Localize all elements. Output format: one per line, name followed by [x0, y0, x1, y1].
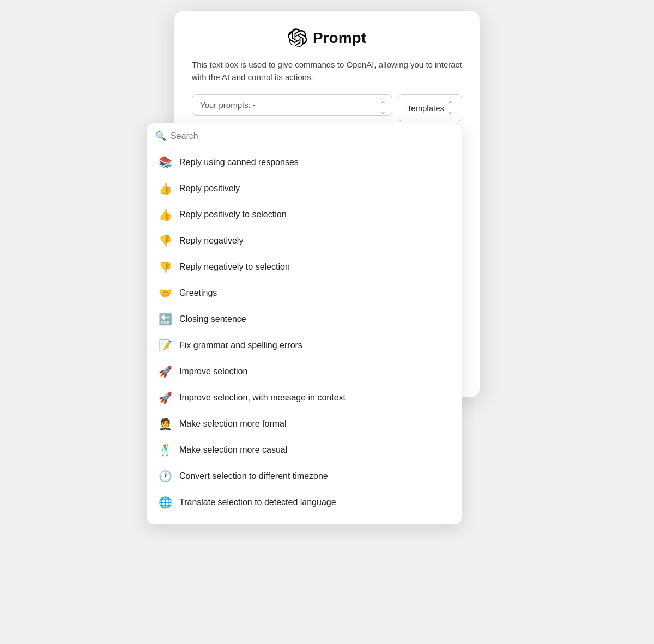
search-bar: 🔍 — [147, 123, 462, 149]
template-emoji-icon: 📚 — [158, 156, 173, 169]
template-item-label: Make selection more formal — [179, 419, 287, 429]
template-item-label: Convert selection to different timezone — [179, 471, 328, 481]
template-item-label: Reply positively — [179, 184, 240, 193]
template-list-item[interactable]: 🚀 Improve selection, with message in con… — [147, 385, 462, 411]
template-item-label: Reply negatively — [179, 236, 243, 246]
openai-logo-icon — [288, 28, 307, 48]
templates-list: 📚 Reply using canned responses 👍 Reply p… — [147, 149, 462, 520]
description-text: This text box is used to give commands t… — [192, 59, 462, 83]
template-emoji-icon: 👍 — [158, 182, 173, 195]
templates-button[interactable]: Templates ⌃⌄ — [398, 94, 462, 121]
template-emoji-icon: 🕐 — [158, 470, 173, 483]
search-input[interactable] — [171, 131, 453, 141]
template-item-label: Translate selection to detected language — [179, 497, 336, 507]
template-list-item[interactable]: 🕺 Make selection more casual — [147, 437, 462, 463]
templates-chevron-icon: ⌃⌄ — [447, 100, 453, 116]
modal-container: Prompt This text box is used to give com… — [174, 11, 480, 397]
search-icon: 🔍 — [155, 131, 166, 141]
template-list-item[interactable]: 👎 Reply negatively — [147, 228, 462, 254]
template-emoji-icon: 🤵 — [158, 417, 173, 430]
prompt-row: Your prompts: - ⌃⌄ Templates ⌃⌄ 🔍 📚 Repl… — [192, 94, 462, 121]
template-item-label: Improve selection, with message in conte… — [179, 393, 346, 403]
templates-button-label: Templates — [407, 104, 444, 113]
template-item-label: Improve selection — [179, 367, 247, 376]
templates-dropdown: 🔍 📚 Reply using canned responses 👍 Reply… — [146, 123, 462, 525]
template-list-item[interactable]: 🚀 Improve selection — [147, 359, 462, 385]
template-item-label: Reply positively to selection — [179, 210, 287, 220]
template-list-item[interactable]: 🤵 Make selection more formal — [147, 411, 462, 437]
template-list-item[interactable]: 🌐 Translate selection to detected langua… — [147, 489, 462, 515]
prompts-select[interactable]: Your prompts: - — [192, 94, 392, 116]
template-emoji-icon: 👎 — [158, 260, 173, 274]
template-emoji-icon: 🔚 — [158, 313, 173, 326]
template-item-label: Fix grammar and spelling errors — [179, 341, 302, 350]
template-emoji-icon: 📝 — [158, 339, 173, 352]
template-item-label: Reply negatively to selection — [179, 262, 290, 272]
template-list-item[interactable]: 🌐 Translate selection to specific langua… — [147, 515, 462, 520]
template-item-label: Make selection more casual — [179, 445, 287, 455]
template-item-label: Closing sentence — [179, 314, 246, 324]
template-list-item[interactable]: 🔚 Closing sentence — [147, 306, 462, 332]
template-emoji-icon: 🚀 — [158, 365, 173, 378]
template-emoji-icon: 👎 — [158, 234, 173, 247]
template-emoji-icon: 🤝 — [158, 287, 173, 300]
template-item-label: Reply using canned responses — [179, 157, 299, 167]
template-item-label: Greetings — [179, 288, 217, 298]
template-list-item[interactable]: 🤝 Greetings — [147, 280, 462, 306]
page-title: Prompt — [313, 29, 366, 47]
template-list-item[interactable]: 📝 Fix grammar and spelling errors — [147, 332, 462, 359]
template-list-item[interactable]: 👎 Reply negatively to selection — [147, 254, 462, 280]
modal-header: Prompt — [192, 28, 462, 48]
template-list-item[interactable]: 📚 Reply using canned responses — [147, 149, 462, 175]
template-emoji-icon: 🌐 — [158, 496, 173, 509]
template-emoji-icon: 👍 — [158, 208, 173, 221]
template-list-item[interactable]: 👍 Reply positively — [147, 175, 462, 202]
template-list-item[interactable]: 👍 Reply positively to selection — [147, 202, 462, 228]
prompts-select-wrapper: Your prompts: - ⌃⌄ — [192, 94, 392, 121]
template-emoji-icon: 🕺 — [158, 443, 173, 457]
template-emoji-icon: 🚀 — [158, 391, 173, 404]
template-list-item[interactable]: 🕐 Convert selection to different timezon… — [147, 463, 462, 489]
